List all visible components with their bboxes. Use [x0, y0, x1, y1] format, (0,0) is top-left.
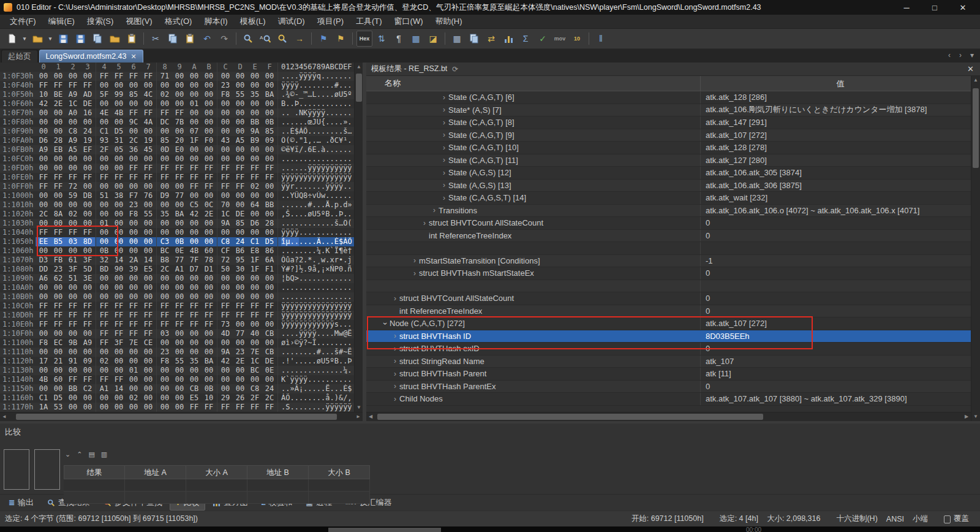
hex-byte[interactable]: FF	[187, 182, 202, 191]
new-file-dropdown[interactable]: ▾	[21, 31, 28, 47]
hex-byte[interactable]: 00	[218, 292, 233, 302]
chevron-collapsed-icon[interactable]: ›	[410, 269, 419, 278]
hex-byte[interactable]: 00	[218, 154, 233, 164]
hex-byte[interactable]: A6	[36, 274, 51, 283]
hex-byte[interactable]: 55	[233, 90, 247, 99]
hex-byte[interactable]: C3	[157, 237, 172, 246]
hex-byte[interactable]: 91	[66, 357, 80, 366]
hex-byte[interactable]: 00	[157, 384, 172, 393]
hex-byte[interactable]: 00	[80, 348, 95, 357]
hex-byte[interactable]: 03	[66, 237, 80, 246]
hex-ascii[interactable]: .S........ÿÿÿÿÿÿ	[278, 403, 355, 412]
hex-byte[interactable]: 42	[218, 357, 233, 366]
hex-byte[interactable]: 19	[80, 136, 95, 145]
hex-byte[interactable]: 00	[233, 274, 247, 283]
hex-byte[interactable]: DE	[233, 210, 247, 219]
tree-row[interactable]: ›State (A,G,S) [13]atk.atk_106.atk_306 […	[366, 180, 980, 192]
hex-byte[interactable]: 00	[36, 348, 51, 357]
hex-byte[interactable]: 00	[247, 99, 262, 108]
value-column-header[interactable]: 值	[700, 76, 980, 91]
hex-byte[interactable]: 00	[126, 403, 141, 412]
hex-byte[interactable]: 00	[157, 274, 172, 283]
hex-byte[interactable]: B5	[51, 237, 66, 246]
hex-byte[interactable]: FF	[187, 320, 202, 329]
hex-byte[interactable]: FF	[36, 320, 51, 329]
hex-byte[interactable]: 00	[233, 320, 247, 329]
hex-byte[interactable]: 00	[141, 375, 156, 384]
hex-byte[interactable]: 3F	[80, 256, 95, 265]
hex-byte[interactable]: FF	[80, 81, 95, 90]
hex-byte[interactable]: A5	[66, 145, 80, 154]
hex-byte[interactable]: 5D	[80, 265, 95, 274]
hex-byte[interactable]: 00	[141, 182, 156, 191]
hex-byte[interactable]: FF	[51, 182, 66, 191]
hex-byte[interactable]: 00	[233, 118, 247, 127]
hex-byte[interactable]: 4B	[111, 108, 126, 118]
hex-byte[interactable]: FF	[141, 329, 156, 338]
hex-byte[interactable]: FF	[262, 311, 277, 320]
close-panel-icon[interactable]: ✕	[967, 64, 975, 74]
hex-byte[interactable]: 28	[262, 219, 277, 228]
histogram-button[interactable]	[500, 31, 516, 47]
line-wrap-button[interactable]: ⇅	[374, 31, 390, 47]
hex-byte[interactable]: 6A	[262, 256, 277, 265]
hex-byte[interactable]: 00	[247, 375, 262, 384]
status-write-mode[interactable]: 覆盖	[954, 514, 969, 524]
hex-byte[interactable]: 42	[36, 99, 51, 108]
hex-byte[interactable]: 00	[157, 393, 172, 403]
hex-byte[interactable]: BB	[262, 200, 277, 210]
hex-byte[interactable]: 00	[218, 384, 233, 393]
hex-byte[interactable]: 78	[202, 256, 216, 265]
hex-byte[interactable]: FF	[111, 320, 126, 329]
hex-byte[interactable]: 00	[233, 81, 247, 90]
compare-files-button[interactable]	[466, 31, 482, 47]
hex-byte[interactable]: 00	[126, 246, 141, 256]
compare-column-header[interactable]: 大小 A	[186, 465, 247, 479]
chevron-collapsed-icon[interactable]: ›	[391, 332, 399, 340]
hex-byte[interactable]: 00	[97, 283, 111, 292]
compare-column-header[interactable]: 结果	[64, 465, 125, 479]
show-invisibles-button[interactable]: ¶	[391, 31, 407, 47]
hex-byte[interactable]: 00	[51, 72, 66, 81]
hex-ascii[interactable]: ................	[278, 292, 355, 302]
hex-byte[interactable]: 00	[66, 154, 80, 164]
hex-byte[interactable]: FF	[247, 311, 262, 320]
hex-byte[interactable]: FF	[66, 173, 80, 182]
hex-byte[interactable]: 00	[80, 283, 95, 292]
hex-byte[interactable]: FF	[80, 320, 95, 329]
hex-byte[interactable]: 85	[157, 136, 172, 145]
hex-byte[interactable]: FF	[141, 320, 156, 329]
hex-byte[interactable]: FF	[51, 81, 66, 90]
hex-byte[interactable]: 00	[172, 99, 187, 108]
tab-LongSword.motfsm2.43[interactable]: LongSword.motfsm2.43✕	[39, 50, 143, 63]
hex-ascii[interactable]: ........¼.K`Ï¶è†	[278, 246, 355, 256]
hex-ascii[interactable]: Ö(©."1,.… .ðC¥¹.	[278, 136, 355, 145]
hex-byte[interactable]: FF	[111, 173, 126, 182]
hex-byte[interactable]: E0	[172, 145, 187, 154]
hex-byte[interactable]: 9C	[126, 118, 141, 127]
hex-byte[interactable]: 00	[233, 191, 247, 200]
checksum-button[interactable]: Σ	[518, 31, 533, 47]
hex-byte[interactable]: FF	[66, 375, 80, 384]
hex-byte[interactable]: 00	[187, 366, 202, 375]
hex-byte[interactable]: DB	[80, 191, 95, 200]
hex-byte[interactable]: 00	[126, 127, 141, 136]
hex-byte[interactable]: FF	[80, 228, 95, 237]
hex-byte[interactable]: 00	[141, 384, 156, 393]
hex-byte[interactable]: 00	[51, 219, 66, 228]
hex-byte[interactable]: CB	[262, 348, 277, 357]
hex-byte[interactable]: 00	[111, 246, 126, 256]
hex-byte[interactable]: FF	[66, 81, 80, 90]
hex-byte[interactable]: 00	[141, 99, 156, 108]
hex-byte[interactable]: 62	[51, 274, 66, 283]
hex-byte[interactable]: FF	[202, 311, 216, 320]
hex-ascii[interactable]: øì›©ÿ?~Î........	[278, 338, 355, 348]
hex-byte[interactable]: BB	[247, 118, 262, 127]
hex-byte[interactable]: 00	[172, 366, 187, 375]
hex-byte[interactable]: C8	[247, 384, 262, 393]
hex-byte[interactable]: 00	[157, 292, 172, 302]
prev-diff-button[interactable]: ⌃	[77, 450, 82, 458]
hex-ascii[interactable]: .. .NKÿÿÿÿ......	[278, 108, 355, 118]
menu-item-d[interactable]: 调试(D)	[272, 15, 311, 28]
hex-byte[interactable]: FF	[36, 311, 51, 320]
